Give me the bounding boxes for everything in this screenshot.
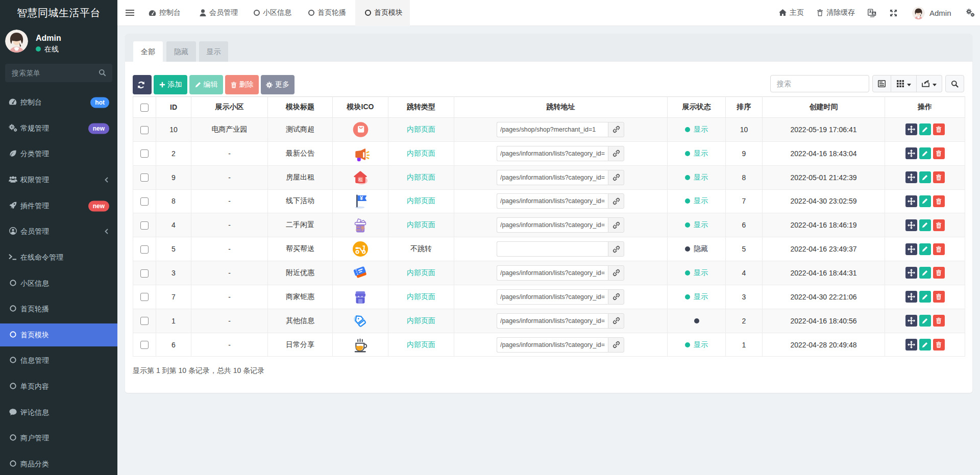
svg-text:租: 租	[358, 177, 363, 182]
svg-text:¥: ¥	[360, 195, 363, 202]
svg-text:二手: 二手	[356, 226, 365, 231]
